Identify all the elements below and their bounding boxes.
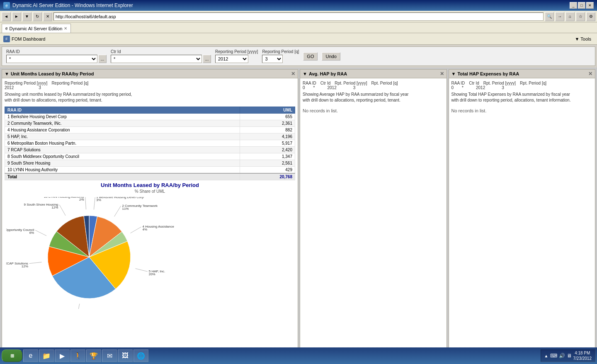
forward-button[interactable]: ►	[12, 12, 21, 21]
browser-tab-active[interactable]: e Dynamic AI Server Edition ✕	[2, 24, 71, 33]
window-controls[interactable]: _ □ ✕	[570, 2, 594, 9]
pie-chart: 1 Berkshire Housing Devel Corp3%2 Commun…	[6, 197, 189, 309]
address-input[interactable]	[53, 12, 544, 21]
taskbar-img[interactable]: 🖼	[118, 349, 133, 362]
svg-text:2%: 2%	[79, 198, 84, 201]
ctr-id-label: Ctr Id	[111, 49, 211, 54]
ctr-id-label: Ctr Id	[469, 81, 479, 85]
tab-close-button[interactable]: ✕	[64, 26, 67, 31]
svg-text:12%: 12%	[51, 206, 58, 209]
uml-val-cell: 2,361	[240, 120, 295, 127]
panel-description: Showing Average HAP by RAA summarized by…	[303, 92, 444, 103]
taskbar-runner[interactable]: 🚶	[70, 349, 85, 362]
svg-line-21	[59, 205, 66, 216]
dashboard-title-area: F FOM Dashboard	[3, 36, 573, 42]
undo-button[interactable]: Undo	[322, 52, 340, 61]
ctr-id-ellipsis-button[interactable]: ...	[203, 55, 211, 63]
table-row: 6 Metropolitan Boston Housing Partn.5,91…	[5, 140, 295, 147]
raa-id-label: RAA ID	[303, 81, 316, 85]
raa-id-val: 0	[303, 85, 305, 90]
table-row: 1 Berkshire Housing Devel Corp655	[5, 114, 295, 120]
table-row: 5 HAP, Inc.4,196	[5, 133, 295, 140]
restore-button[interactable]: □	[578, 2, 585, 9]
pie-svg: 1 Berkshire Housing Devel Corp3%2 Commun…	[6, 197, 189, 309]
taskbar-ie[interactable]: e	[23, 349, 38, 362]
dropdown-button[interactable]: ▼	[22, 12, 32, 21]
panel-close-button[interactable]: ✕	[291, 71, 295, 77]
raa-id-cell: 8 South Middlesex Opportunity Council	[5, 153, 240, 160]
stop-button[interactable]: ✕	[43, 12, 52, 21]
svg-text:3%: 3%	[96, 198, 101, 202]
rpt-q-val: 3	[39, 85, 41, 90]
rpt-period-yyyy-select[interactable]: 2012	[215, 55, 248, 63]
clock-date: 7/23/2012	[573, 356, 592, 361]
taskbar-explorer[interactable]: 📁	[39, 349, 54, 362]
chart-subtitle: % Share of UML	[6, 189, 294, 194]
svg-line-18	[35, 230, 46, 235]
svg-line-9	[136, 269, 148, 272]
raa-id-cell: 1 Berkshire Housing Devel Corp	[5, 114, 240, 120]
raa-id-input-row: * ...	[6, 55, 107, 63]
unit-months-panel-header: ▼ Unit Months Leased by RAA/by Period ✕	[2, 70, 298, 78]
ctr-id-label: Ctr Id	[320, 81, 330, 85]
panel-close-button[interactable]: ✕	[440, 71, 444, 77]
home-button[interactable]: ⌂	[565, 12, 575, 21]
star-button[interactable]: ☆	[576, 12, 585, 21]
browser-title: Dynamic AI Server Edition - Windows Inte…	[12, 2, 570, 8]
rpt-yyyy-val: 2012	[327, 85, 336, 90]
tools-menu-button[interactable]: ▼ Tools	[573, 36, 594, 42]
search-icon[interactable]: 🔍	[545, 12, 554, 21]
taskbar-media[interactable]: ▶	[55, 349, 70, 362]
ctr-id-val: *	[462, 85, 464, 90]
total-hap-panel-body: RAA ID Ctr Id Rpt. Period [yyyy] Rpt. Pe…	[449, 78, 595, 117]
close-button[interactable]: ✕	[586, 2, 594, 9]
tools-button[interactable]: ⚙	[586, 12, 595, 21]
svg-text:10 LYNN Housing Authority: 10 LYNN Housing Authority	[44, 197, 84, 199]
go-button[interactable]: →	[555, 12, 564, 21]
tray-keyboard-icon: ⌨	[550, 353, 557, 359]
uml-val-cell: 2,561	[240, 160, 295, 167]
avg-hap-panel-header: ▼ Avg. HAP by RAA ✕	[300, 70, 447, 78]
ctr-id-val: *	[313, 85, 315, 90]
raa-id-ellipsis-button[interactable]: ...	[98, 55, 107, 63]
collapse-icon[interactable]: ▼	[303, 71, 307, 76]
svg-text:1 Berkshire Housing Devel Corp: 1 Berkshire Housing Devel Corp	[96, 197, 144, 199]
taskbar-outlook[interactable]: ✉	[102, 349, 117, 362]
svg-line-15	[29, 262, 42, 263]
start-label: ⊞	[10, 353, 14, 359]
raa-id-select[interactable]: *	[6, 55, 97, 63]
unit-months-panel: ▼ Unit Months Leased by RAA/by Period ✕ …	[2, 69, 298, 352]
ctr-id-select[interactable]: *	[111, 55, 202, 63]
back-button[interactable]: ◄	[2, 12, 11, 21]
rpt-period-q-select[interactable]: 3	[262, 55, 283, 63]
taskbar-cert[interactable]: 🏆	[86, 349, 101, 362]
collapse-icon[interactable]: ▼	[5, 71, 9, 76]
taskbar-net[interactable]: 🌐	[133, 349, 148, 362]
raa-id-cell: 10 LYNN Housing Authority	[5, 167, 240, 174]
raa-id-group: RAA ID * ...	[6, 49, 107, 63]
rpt-period-yyyy-input-row: 2012	[215, 55, 258, 63]
rpt-yyyy-val: 2012	[476, 85, 485, 90]
uml-val-cell: 429	[240, 167, 295, 174]
minimize-button[interactable]: _	[570, 2, 577, 9]
collapse-icon[interactable]: ▼	[451, 71, 456, 76]
meta-row-2: 2012 3	[5, 85, 295, 90]
browser-icon: e	[3, 2, 10, 9]
rpt-period-yyyy-label: Reporting Period [yyyy]	[215, 49, 258, 54]
refresh-button[interactable]: ↻	[33, 12, 42, 21]
raa-id-cell: 6 Metropolitan Boston Housing Partn.	[5, 140, 240, 147]
panel-meta: RAA ID Ctr Id Rpt. Period [yyyy] Rpt. Pe…	[451, 81, 593, 90]
panel-title: Total HAP Expenses by RAA	[457, 71, 519, 76]
dashboard-icon: F	[3, 36, 10, 42]
go-button[interactable]: GO	[303, 52, 318, 61]
svg-text:12%: 12%	[22, 265, 28, 268]
filter-bar: RAA ID * ... Ctr Id * ... Reporting Peri…	[2, 46, 595, 66]
ctr-id-group: Ctr Id * ...	[111, 49, 211, 63]
svg-line-3	[114, 206, 121, 216]
rpt-yyyy-label: Rpt. Period [yyyy]	[335, 81, 367, 85]
title-bar: e Dynamic AI Server Edition - Windows In…	[0, 0, 597, 11]
panel-close-button[interactable]: ✕	[588, 71, 592, 77]
uml-val-cell: 882	[240, 127, 295, 133]
rpt-yyyy-label: Rpt. Period [yyyy]	[483, 81, 516, 85]
start-button[interactable]: ⊞	[2, 349, 22, 362]
